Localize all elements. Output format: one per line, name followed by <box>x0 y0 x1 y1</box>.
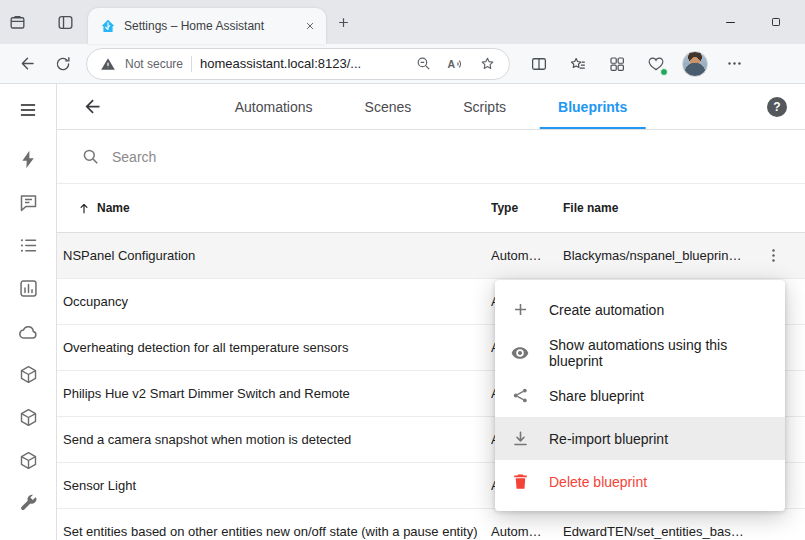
media-console-icon[interactable] <box>6 181 50 224</box>
new-tab-icon[interactable] <box>326 5 360 39</box>
column-header-type[interactable]: Type <box>491 201 563 215</box>
tab-title: Settings – Home Assistant <box>124 19 292 33</box>
help-icon[interactable]: ? <box>767 97 787 117</box>
tab-blueprints[interactable]: Blueprints <box>532 84 653 129</box>
column-header-name[interactable]: Name <box>63 201 491 215</box>
maximize-icon[interactable] <box>753 0 799 44</box>
cube-icon[interactable] <box>6 396 50 439</box>
window-controls <box>707 0 805 44</box>
svg-text:A: A <box>448 57 456 69</box>
refresh-icon[interactable] <box>46 48 80 80</box>
warning-icon[interactable] <box>99 52 117 76</box>
search-icon <box>81 147 100 166</box>
cube-icon[interactable] <box>6 439 50 482</box>
security-label: Not secure <box>125 57 183 71</box>
browser-toolbar: Not secure homeassistant.local:8123/... … <box>0 44 805 84</box>
address-bar[interactable]: Not secure homeassistant.local:8123/... … <box>86 48 510 80</box>
tab-scenes[interactable]: Scenes <box>339 84 438 129</box>
chart-icon[interactable] <box>6 267 50 310</box>
column-header-file[interactable]: File name <box>563 201 749 215</box>
ha-back-icon[interactable] <box>75 90 109 124</box>
toolbar-actions <box>524 48 749 80</box>
eye-icon <box>509 342 531 364</box>
browser-tabstrip: Settings – Home Assistant <box>0 0 805 44</box>
favorite-star-icon[interactable] <box>475 52 499 76</box>
menu-item-reimport-blueprint[interactable]: Re-import blueprint <box>495 417 785 460</box>
ha-sidebar <box>0 84 57 540</box>
back-icon[interactable] <box>10 48 44 80</box>
browser-essentials-icon[interactable] <box>641 48 671 80</box>
tab-actions-icon[interactable] <box>48 5 82 39</box>
ha-header: Automations Scenes Scripts Blueprints ? <box>57 84 805 130</box>
table-row[interactable]: Set entities based on other entities new… <box>57 509 805 540</box>
divider <box>191 56 192 72</box>
more-icon[interactable] <box>719 48 749 80</box>
tab-scripts[interactable]: Scripts <box>437 84 532 129</box>
menu-item-show-automations[interactable]: Show automations using this blueprint <box>495 331 785 374</box>
wrench-icon[interactable] <box>6 482 50 525</box>
tab-automations[interactable]: Automations <box>209 84 339 129</box>
menu-item-share-blueprint[interactable]: Share blueprint <box>495 374 785 417</box>
menu-item-create-automation[interactable]: Create automation <box>495 288 785 331</box>
favorites-hub-icon[interactable] <box>563 48 593 80</box>
blueprint-context-menu: Create automation Show automations using… <box>495 280 785 511</box>
workspaces-icon[interactable] <box>0 5 34 39</box>
avatar <box>682 51 708 77</box>
trash-icon <box>509 471 531 493</box>
table-row[interactable]: NSPanel Configuration Autom… Blackymas/n… <box>57 233 805 279</box>
minimize-icon[interactable] <box>707 0 753 44</box>
status-dot <box>660 68 668 76</box>
share-icon <box>509 385 531 407</box>
kebab-icon[interactable] <box>753 236 793 276</box>
table-header: Name Type File name <box>57 184 805 233</box>
close-window-icon[interactable] <box>799 0 805 44</box>
search-input[interactable] <box>112 149 781 165</box>
cloud-icon[interactable] <box>6 310 50 353</box>
download-icon <box>509 428 531 450</box>
zoom-out-icon[interactable] <box>411 52 435 76</box>
menu-item-delete-blueprint[interactable]: Delete blueprint <box>495 460 785 503</box>
split-screen-icon[interactable] <box>524 48 554 80</box>
cube-icon[interactable] <box>6 353 50 396</box>
home-assistant-favicon <box>100 18 116 34</box>
url-text[interactable]: homeassistant.local:8123/... <box>200 56 403 71</box>
tab-close-icon[interactable] <box>300 16 320 36</box>
hamburger-menu-icon[interactable] <box>6 90 50 130</box>
sort-asc-icon <box>77 201 91 215</box>
ha-tabs: Automations Scenes Scripts Blueprints <box>209 84 654 129</box>
search-bar <box>57 130 805 184</box>
extensions-icon[interactable] <box>602 48 632 80</box>
browser-tab[interactable]: Settings – Home Assistant <box>88 8 326 44</box>
list-icon[interactable] <box>6 224 50 267</box>
browser-window: Settings – Home Assistant <box>0 0 805 540</box>
read-aloud-icon[interactable]: A <box>443 52 467 76</box>
profile-avatar[interactable] <box>680 48 710 80</box>
plus-icon <box>509 299 531 321</box>
energy-bolt-icon[interactable] <box>6 138 50 181</box>
